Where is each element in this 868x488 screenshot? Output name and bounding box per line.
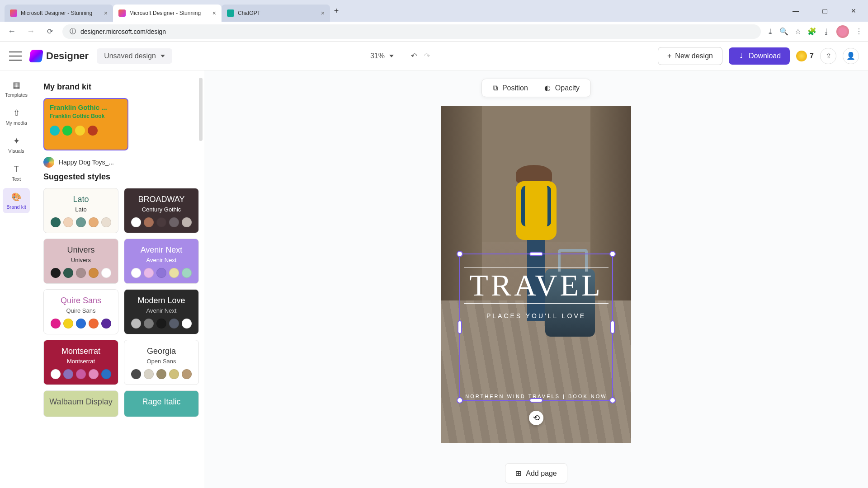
style-card[interactable]: Rage Italic — [124, 390, 199, 417]
extensions-icon[interactable]: 🧩 — [807, 27, 816, 36]
style-primary-font: Quire Sans — [48, 296, 113, 305]
style-card[interactable]: Avenir NextAvenir Next — [124, 239, 199, 284]
scrollbar[interactable] — [199, 78, 203, 141]
rail-label: Brand kit — [6, 204, 26, 210]
style-swatches — [129, 268, 194, 278]
plus-icon: ⊞ — [515, 469, 521, 478]
position-tool[interactable]: ⧉ Position — [493, 84, 528, 92]
undo-redo-group: ↶ ↷ — [411, 52, 430, 60]
brand-kit-panel: My brand kit Franklin Gothic ... Frankli… — [33, 70, 204, 488]
resize-handle[interactable] — [610, 320, 615, 334]
style-primary-font: Walbaum Display — [48, 397, 113, 407]
rail-brand-kit[interactable]: 🎨 Brand kit — [3, 188, 30, 213]
resize-handle[interactable] — [609, 251, 616, 257]
back-button[interactable]: ← — [5, 25, 18, 38]
style-secondary-font: Lato — [48, 206, 113, 213]
close-icon[interactable]: × — [104, 9, 108, 17]
brandkit-title: Franklin Gothic ... — [50, 103, 122, 111]
resize-handle[interactable] — [529, 252, 543, 256]
maximize-button[interactable]: ▢ — [815, 4, 835, 18]
style-primary-font: Montserrat — [48, 347, 113, 356]
color-swatch — [75, 126, 85, 136]
style-swatches — [129, 319, 194, 328]
suggested-styles-grid: LatoLatoBROADWAYCentury GothicUniversUni… — [43, 188, 199, 417]
chevron-down-icon — [389, 55, 394, 57]
rail-my-media[interactable]: ⇧ My media — [3, 104, 30, 129]
style-card[interactable]: LatoLato — [43, 188, 118, 233]
rail-templates[interactable]: ▦ Templates — [3, 76, 30, 101]
opacity-tool[interactable]: ◐ Opacity — [544, 84, 580, 92]
selection-toolbar: ⧉ Position ◐ Opacity — [481, 79, 591, 97]
zoom-dropdown[interactable]: 31% — [370, 52, 394, 60]
account-button[interactable]: 👤 — [843, 48, 859, 64]
app-header: Designer Unsaved design 31% ↶ ↷ + New de… — [0, 42, 868, 70]
minimize-button[interactable]: ― — [786, 4, 806, 18]
close-icon[interactable]: × — [212, 9, 216, 17]
resize-handle[interactable] — [458, 320, 462, 334]
button-label: Download — [749, 52, 781, 60]
rotate-handle[interactable]: ⟲ — [529, 411, 543, 425]
reload-button[interactable]: ⟳ — [43, 25, 56, 38]
style-card[interactable]: Quire SansQuire Sans — [43, 289, 118, 334]
app-logo[interactable]: Designer — [30, 50, 89, 62]
style-card[interactable]: BROADWAYCentury Gothic — [124, 188, 199, 233]
tab-title: Microsoft Designer - Stunning — [21, 10, 92, 16]
resize-handle[interactable] — [529, 398, 543, 403]
redo-button[interactable]: ↷ — [424, 52, 430, 60]
undo-button[interactable]: ↶ — [411, 52, 417, 60]
style-secondary-font: Univers — [48, 257, 113, 263]
browser-tab-active[interactable]: Microsoft Designer - Stunning × — [113, 5, 222, 22]
style-card[interactable]: Walbaum Display — [43, 390, 118, 417]
rail-text[interactable]: T Text — [3, 160, 30, 185]
install-app-icon[interactable]: ⤓ — [767, 27, 773, 36]
button-label: Add page — [526, 469, 557, 478]
button-label: New design — [675, 52, 713, 60]
zoom-icon[interactable]: 🔍 — [779, 27, 788, 36]
brand-kit-card[interactable]: Franklin Gothic ... Franklin Gothic Book — [43, 98, 128, 150]
add-page-button[interactable]: ⊞ Add page — [505, 463, 567, 483]
plus-icon: + — [667, 52, 671, 60]
style-secondary-font: Quire Sans — [48, 307, 113, 314]
profile-avatar[interactable] — [836, 25, 849, 38]
style-swatches — [129, 217, 194, 227]
panel-heading: Suggested styles — [43, 172, 199, 182]
address-bar[interactable]: ⓘ designer.microsoft.com/design — [62, 24, 761, 39]
menu-button[interactable] — [9, 52, 22, 61]
close-window-button[interactable]: ✕ — [844, 4, 863, 18]
site-info-icon[interactable]: ⓘ — [70, 28, 76, 36]
canvas-area: ⧉ Position ◐ Opacity TRAVEL PLACES YOU'L… — [204, 70, 868, 488]
resize-handle[interactable] — [457, 397, 463, 404]
new-design-button[interactable]: + New design — [658, 47, 722, 65]
window-controls: ― ▢ ✕ — [786, 4, 863, 18]
selection-outline[interactable]: ⟲ — [459, 253, 613, 401]
panel-heading: My brand kit — [43, 82, 199, 92]
resize-handle[interactable] — [609, 397, 616, 404]
style-swatches — [48, 268, 113, 278]
style-primary-font: Modern Love — [129, 296, 194, 305]
style-card[interactable]: UniversUnivers — [43, 239, 118, 284]
style-card[interactable]: MontserratMontserrat — [43, 340, 118, 385]
design-name-dropdown[interactable]: Unsaved design — [97, 48, 172, 64]
new-tab-button[interactable]: + — [330, 5, 343, 17]
menu-icon[interactable]: ⋮ — [855, 27, 863, 36]
style-card[interactable]: GeorgiaOpen Sans — [124, 340, 199, 385]
rail-label: Visuals — [8, 148, 24, 154]
credits-badge[interactable]: 7 — [796, 51, 814, 61]
design-name-text: Unsaved design — [104, 52, 156, 60]
close-icon[interactable]: × — [321, 9, 325, 17]
bookmark-icon[interactable]: ☆ — [795, 27, 801, 36]
share-button[interactable]: ⇪ — [820, 48, 836, 64]
design-canvas[interactable]: TRAVEL PLACES YOU'LL LOVE NORTHERN WIND … — [441, 106, 631, 443]
browser-tab[interactable]: Microsoft Designer - Stunning × — [5, 5, 113, 22]
style-card[interactable]: Modern LoveAvenir Next — [124, 289, 199, 334]
forward-button[interactable]: → — [24, 25, 37, 38]
brand-kit-item[interactable]: Happy Dog Toys_... — [43, 157, 199, 168]
download-button[interactable]: ⭳ Download — [729, 47, 790, 65]
rail-visuals[interactable]: ✦ Visuals — [3, 132, 30, 157]
downloads-icon[interactable]: ⭳ — [823, 28, 830, 36]
left-rail: ▦ Templates ⇧ My media ✦ Visuals T Text … — [0, 70, 33, 488]
browser-toolbar: ← → ⟳ ⓘ designer.microsoft.com/design ⤓ … — [0, 22, 868, 42]
resize-handle[interactable] — [457, 251, 463, 257]
browser-tab[interactable]: ChatGPT × — [222, 5, 330, 22]
rail-label: My media — [5, 120, 27, 126]
